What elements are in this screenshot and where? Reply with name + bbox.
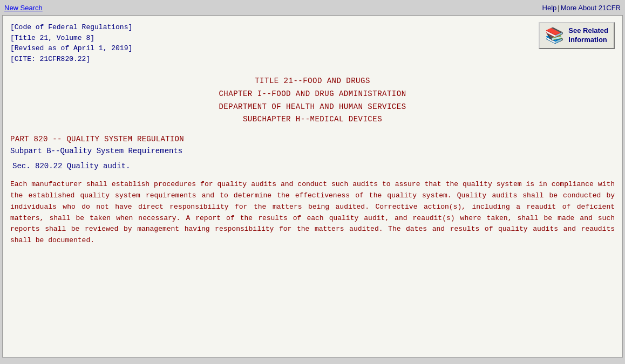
title-line2: CHAPTER I--FOOD AND DRUG ADMINISTRATION [10, 88, 615, 101]
part-heading: PART 820 -- QUALITY SYSTEM REGULATION [10, 135, 615, 143]
header-section: [Code of Federal Regulations] [Title 21,… [10, 22, 615, 64]
title-line3: DEPARTMENT OF HEALTH AND HUMAN SERVICES [10, 101, 615, 114]
books-icon: 📚 [545, 28, 564, 43]
related-info-line2: Information [568, 36, 607, 44]
title-block: TITLE 21--FOOD AND DRUGS CHAPTER I--FOOD… [10, 75, 615, 126]
citation-line2: [Title 21, Volume 8] [10, 33, 132, 44]
related-info-line1: See Related [568, 26, 608, 35]
title-line1: TITLE 21--FOOD AND DRUGS [10, 75, 615, 88]
separator: | [558, 4, 559, 12]
section-heading: Sec. 820.22 Quality audit. [12, 162, 615, 170]
related-info-label: See Related Information [568, 26, 608, 45]
body-text: Each manufacturer shall establish proced… [10, 179, 615, 246]
citation-line4: [CITE: 21CFR820.22] [10, 54, 132, 65]
more-about-link[interactable]: More About 21CFR [561, 4, 621, 12]
new-search-link[interactable]: New Search [4, 4, 43, 12]
top-bar-right: Help | More About 21CFR [542, 4, 621, 12]
see-related-information-button[interactable]: 📚 See Related Information [539, 22, 615, 49]
citation-line1: [Code of Federal Regulations] [10, 22, 132, 33]
main-content: [Code of Federal Regulations] [Title 21,… [2, 15, 623, 358]
new-search-anchor[interactable]: New Search [4, 4, 43, 12]
citation-line3: [Revised as of April 1, 2019] [10, 43, 132, 54]
subpart-heading: Subpart B--Quality System Requirements [10, 147, 615, 155]
citation-block: [Code of Federal Regulations] [Title 21,… [10, 22, 132, 64]
title-line4: SUBCHAPTER H--MEDICAL DEVICES [10, 113, 615, 126]
help-link[interactable]: Help [542, 4, 557, 12]
top-bar: New Search Help | More About 21CFR [0, 0, 625, 15]
